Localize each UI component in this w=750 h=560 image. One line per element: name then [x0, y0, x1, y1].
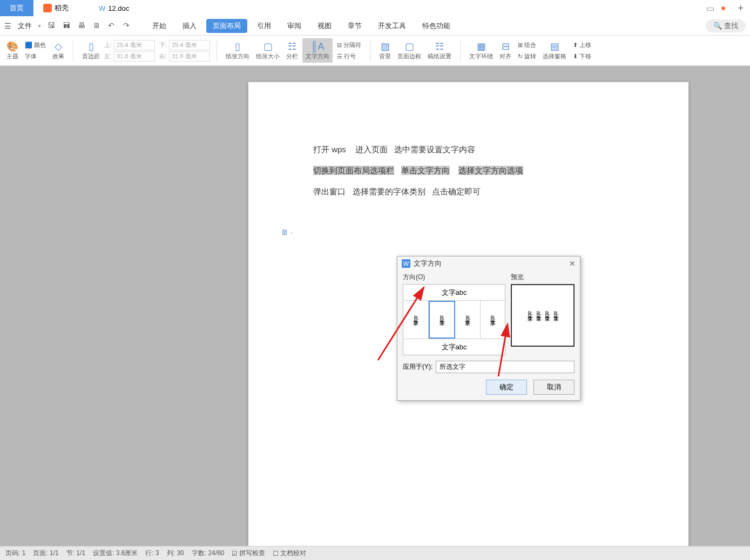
margin-left-label: 左: [104, 52, 112, 60]
search-box[interactable]: 🔍 查找 [706, 19, 746, 32]
text-direction-button[interactable]: ║A文字方向 [302, 38, 333, 63]
tab-screen-icon[interactable]: ▭ [706, 3, 714, 14]
status-col[interactable]: 列: 30 [167, 549, 184, 558]
statusbar: 页码: 1 页面: 1/1 节: 1/1 设置值: 3.6厘米 行: 3 列: … [0, 546, 750, 560]
tab-doc-label: 12.doc [108, 4, 129, 12]
draft-paper-button[interactable]: ☷稿纸设置 [425, 39, 454, 62]
apply-label: 应用于(Y): [403, 362, 433, 372]
rotate-button[interactable]: ↻旋转 [516, 51, 538, 62]
move-down-icon: ⬇ [573, 53, 578, 60]
menutab-reference[interactable]: 引用 [251, 19, 278, 33]
status-setting[interactable]: 设置值: 3.6厘米 [93, 549, 138, 558]
print-icon[interactable]: 🖶 [78, 21, 87, 31]
menutab-insert[interactable]: 插入 [176, 19, 203, 33]
doc-text-selected: 选择文字方向选项 [458, 166, 523, 175]
status-row[interactable]: 行: 3 [145, 549, 159, 558]
line-number-button[interactable]: ☰行号 [335, 51, 363, 62]
direction-option-horizontal-rot[interactable]: 文字abc [403, 339, 505, 355]
tab-daoke[interactable]: 稻壳 [33, 0, 78, 16]
columns-button[interactable]: ☷分栏 [284, 39, 300, 62]
background-button[interactable]: ▨背景 [377, 39, 393, 62]
move-up-button[interactable]: ⬆上移 [571, 40, 593, 50]
status-page-code[interactable]: 页码: 1 [5, 549, 25, 558]
status-spellcheck[interactable]: ☑拼写检查 [232, 549, 265, 558]
menutab-chapter[interactable]: 章节 [341, 19, 368, 33]
margin-right-input[interactable]: 31.8 毫米 [169, 51, 210, 62]
menutab-view[interactable]: 视图 [311, 19, 338, 33]
preview-text: 文字abc [526, 311, 533, 320]
paper-size-icon: ▢ [262, 41, 274, 52]
tab-daoke-label: 稻壳 [55, 3, 69, 13]
page-border-button[interactable]: ▢页面边框 [395, 39, 423, 62]
preview-label: 预览 [511, 273, 575, 282]
document-tabs: 首页 稻壳 W 12.doc ▭ ● + [0, 0, 750, 16]
daoke-icon [43, 4, 52, 12]
text-wrap-label: 文字环绕 [469, 52, 493, 60]
group-icon: ⊞ [518, 42, 523, 49]
redo-icon[interactable]: ↷ [123, 21, 133, 31]
paragraph-marker-icon[interactable]: 🗎 · [281, 228, 293, 237]
align-button[interactable]: ⊟对齐 [497, 39, 513, 62]
menutab-review[interactable]: 审阅 [281, 19, 308, 33]
status-page[interactable]: 页面: 1/1 [33, 549, 58, 558]
effect-icon: ◇ [52, 41, 64, 52]
color-label: 颜色 [34, 41, 46, 49]
separator-button[interactable]: ⊟分隔符 [335, 40, 363, 50]
dialog-titlebar[interactable]: W 文字方向 ✕ [397, 257, 580, 271]
status-proofread[interactable]: ☐文档校对 [273, 549, 306, 558]
separator-label: 分隔符 [343, 41, 361, 49]
columns-icon: ☷ [286, 41, 298, 52]
direction-option-horizontal[interactable]: 文字abc [403, 285, 505, 301]
proofread-label: 文档校对 [280, 549, 306, 558]
page-margin-button[interactable]: ▯ 页边距 [80, 39, 102, 62]
tab-dot-icon[interactable]: ● [721, 3, 726, 13]
font-button[interactable]: 字体 [23, 51, 48, 62]
menutab-page-layout[interactable]: 页面布局 [206, 19, 247, 33]
print-preview-icon[interactable]: 🗎 [93, 21, 103, 31]
margin-bottom-input[interactable]: 25.4 毫米 [169, 40, 210, 50]
save-as-icon[interactable]: 🖬 [63, 21, 72, 31]
cancel-button[interactable]: 取消 [533, 380, 575, 395]
menutab-special[interactable]: 特色功能 [416, 19, 457, 33]
ok-button[interactable]: 确定 [486, 380, 527, 395]
tab-add-button[interactable]: + [731, 3, 750, 14]
text-wrap-button[interactable]: ▦文字环绕 [467, 39, 495, 62]
select-pane-button[interactable]: ▤选择窗格 [540, 39, 569, 62]
save-icon[interactable]: 🖫 [48, 21, 57, 31]
move-down-button[interactable]: ⬇下移 [571, 51, 593, 62]
preview-text: 文字abc [552, 311, 559, 320]
direction-option-v2[interactable]: 文字abc [429, 301, 456, 339]
group-button[interactable]: ⊞组合 [516, 40, 538, 50]
theme-button[interactable]: 🎨 主题 [4, 39, 21, 62]
doc-text-selected: 单击文字方向 [401, 166, 450, 175]
tab-document[interactable]: W 12.doc [89, 0, 139, 16]
close-icon[interactable]: ✕ [569, 259, 576, 268]
direction-option-v4[interactable]: 文字abc [481, 301, 505, 339]
direction-option-v1[interactable]: 文字abc [403, 301, 429, 339]
word-doc-icon: W [99, 4, 105, 12]
effect-button[interactable]: ◇ 效果 [50, 39, 66, 62]
margin-left-input[interactable]: 31.8 毫米 [114, 51, 155, 62]
theme-label: 主题 [6, 52, 18, 60]
search-icon: 🔍 [713, 22, 722, 30]
paper-size-button[interactable]: ▢纸张大小 [254, 39, 282, 62]
select-pane-icon: ▤ [549, 41, 560, 52]
apply-to-select[interactable]: 所选文字 [436, 361, 575, 373]
draft-paper-label: 稿纸设置 [428, 52, 451, 60]
direction-option-v3[interactable]: 文字abc [455, 301, 481, 339]
undo-icon[interactable]: ↶ [108, 21, 118, 31]
paper-direction-button[interactable]: ▯纸张方向 [224, 39, 252, 62]
file-menu[interactable]: 文件 [15, 21, 35, 31]
status-words[interactable]: 字数: 24/60 [192, 549, 225, 558]
file-dropdown-icon[interactable]: ▾ [38, 23, 41, 29]
preview-box: 文字abc 文字abc 文字abc 文字abc [511, 284, 575, 347]
tab-home[interactable]: 首页 [0, 0, 33, 16]
menutab-start[interactable]: 开始 [146, 19, 173, 33]
status-section[interactable]: 节: 1/1 [66, 549, 85, 558]
margin-top-input[interactable]: 25.4 毫米 [114, 40, 155, 50]
doc-text: 选中需要设置文字内容 [394, 145, 475, 154]
hamburger-icon[interactable]: ☰ [4, 22, 11, 30]
menutab-developer[interactable]: 开发工具 [371, 19, 413, 33]
color-button[interactable]: 🟦颜色 [23, 40, 48, 50]
font-label: 字体 [25, 52, 37, 60]
